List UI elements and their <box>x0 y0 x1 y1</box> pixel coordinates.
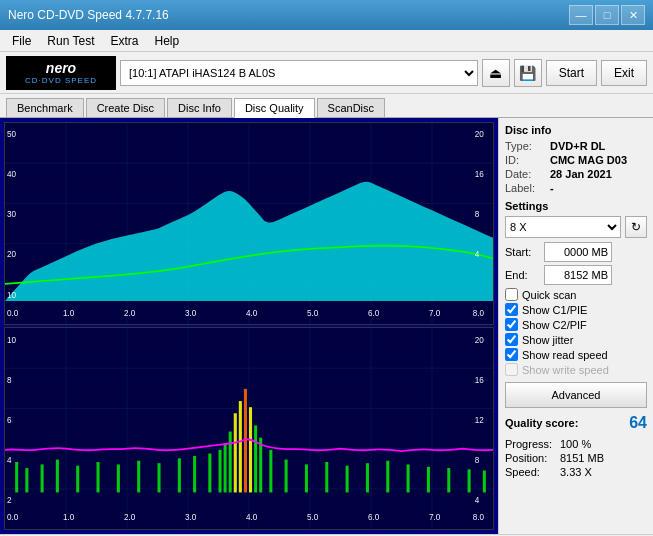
svg-rect-51 <box>178 458 181 492</box>
svg-text:4.0: 4.0 <box>246 512 257 523</box>
svg-text:10: 10 <box>7 334 16 345</box>
svg-text:4: 4 <box>7 455 12 466</box>
svg-rect-47 <box>97 462 100 492</box>
tab-benchmark[interactable]: Benchmark <box>6 98 84 117</box>
svg-rect-72 <box>447 468 450 492</box>
tab-disc-quality[interactable]: Disc Quality <box>234 98 315 118</box>
minimize-button[interactable]: — <box>569 5 593 25</box>
speed-select[interactable]: 8 X <box>505 216 621 238</box>
refresh-button[interactable]: ↻ <box>625 216 647 238</box>
nero-logo-sub: CD·DVD SPEED <box>25 76 97 85</box>
c2-pif-row: Show C2/PIF <box>505 318 647 331</box>
svg-text:10: 10 <box>7 289 16 300</box>
menu-extra[interactable]: Extra <box>102 32 146 50</box>
start-label: Start: <box>505 246 540 258</box>
svg-rect-62 <box>259 438 262 493</box>
svg-rect-58 <box>239 401 242 492</box>
svg-rect-69 <box>386 461 389 493</box>
c1-pie-checkbox[interactable] <box>505 303 518 316</box>
tab-create-disc[interactable]: Create Disc <box>86 98 165 117</box>
svg-rect-53 <box>208 453 211 492</box>
svg-text:8.0: 8.0 <box>473 512 484 523</box>
write-speed-label: Show write speed <box>522 364 609 376</box>
start-button[interactable]: Start <box>546 60 597 86</box>
menu-help[interactable]: Help <box>147 32 188 50</box>
disc-label-label: Label: <box>505 182 550 194</box>
c1-pie-row: Show C1/PIE <box>505 303 647 316</box>
svg-text:3.0: 3.0 <box>185 307 196 318</box>
svg-rect-70 <box>407 464 410 492</box>
svg-rect-68 <box>366 463 369 492</box>
svg-text:40: 40 <box>7 169 16 180</box>
right-panel: Disc info Type: DVD+R DL ID: CMC MAG D03… <box>498 118 653 534</box>
speed-row-prog: Speed: 3.33 X <box>505 466 647 478</box>
settings-title: Settings <box>505 200 647 212</box>
nero-logo: nero CD·DVD SPEED <box>6 56 116 90</box>
disc-label-value: - <box>550 182 647 194</box>
svg-text:20: 20 <box>7 249 16 260</box>
charts-area: 20 16 8 4 50 40 30 20 10 1.0 2.0 3.0 4.0… <box>0 118 498 534</box>
drive-select[interactable]: [10:1] ATAPI iHAS124 B AL0S <box>120 60 478 86</box>
svg-text:6.0: 6.0 <box>368 512 379 523</box>
jitter-label: Show jitter <box>522 334 573 346</box>
disc-label-row: Label: - <box>505 182 647 194</box>
save-button[interactable]: 💾 <box>514 59 542 87</box>
jitter-checkbox[interactable] <box>505 333 518 346</box>
svg-text:20: 20 <box>475 128 484 139</box>
titlebar: Nero CD-DVD Speed 4.7.7.16 — □ ✕ <box>0 0 653 30</box>
svg-text:0.0: 0.0 <box>7 512 18 523</box>
svg-rect-65 <box>305 464 308 492</box>
svg-rect-54 <box>219 450 222 493</box>
close-button[interactable]: ✕ <box>621 5 645 25</box>
disc-type-label: Type: <box>505 140 550 152</box>
disc-id-label: ID: <box>505 154 550 166</box>
menu-file[interactable]: File <box>4 32 39 50</box>
quality-value: 64 <box>629 414 647 432</box>
tab-scan-disc[interactable]: ScanDisc <box>317 98 385 117</box>
tab-disc-info[interactable]: Disc Info <box>167 98 232 117</box>
write-speed-checkbox <box>505 363 518 376</box>
eject-button[interactable]: ⏏ <box>482 59 510 87</box>
svg-rect-45 <box>56 460 59 493</box>
svg-rect-57 <box>234 413 237 492</box>
speed-row: 8 X ↻ <box>505 216 647 238</box>
svg-text:0.0: 0.0 <box>7 307 18 318</box>
maximize-button[interactable]: □ <box>595 5 619 25</box>
svg-rect-55 <box>224 444 227 493</box>
svg-rect-73 <box>468 469 471 492</box>
svg-rect-44 <box>41 464 44 492</box>
svg-rect-71 <box>427 467 430 493</box>
svg-rect-50 <box>158 463 161 492</box>
start-mb-row: Start: <box>505 242 647 262</box>
svg-text:2: 2 <box>7 495 12 506</box>
disc-info-title: Disc info <box>505 124 647 136</box>
nero-logo-text: nero <box>46 60 76 76</box>
tabs: Benchmark Create Disc Disc Info Disc Qua… <box>0 94 653 118</box>
disc-date-label: Date: <box>505 168 550 180</box>
svg-rect-61 <box>254 425 257 492</box>
disc-id-value: CMC MAG D03 <box>550 154 647 166</box>
svg-text:5.0: 5.0 <box>307 307 318 318</box>
disc-id-row: ID: CMC MAG D03 <box>505 154 647 166</box>
svg-text:30: 30 <box>7 209 16 220</box>
c2-pif-checkbox[interactable] <box>505 318 518 331</box>
svg-rect-63 <box>269 450 272 493</box>
c2-pif-label: Show C2/PIF <box>522 319 587 331</box>
start-input[interactable] <box>544 242 612 262</box>
svg-rect-46 <box>76 466 79 493</box>
exit-button[interactable]: Exit <box>601 60 647 86</box>
menu-runtest[interactable]: Run Test <box>39 32 102 50</box>
svg-text:1.0: 1.0 <box>63 307 74 318</box>
advanced-button[interactable]: Advanced <box>505 382 647 408</box>
end-input[interactable] <box>544 265 612 285</box>
progress-value: 100 % <box>560 438 647 450</box>
end-mb-row: End: <box>505 265 647 285</box>
svg-rect-74 <box>483 471 486 493</box>
read-speed-label: Show read speed <box>522 349 608 361</box>
read-speed-checkbox[interactable] <box>505 348 518 361</box>
main-content: 20 16 8 4 50 40 30 20 10 1.0 2.0 3.0 4.0… <box>0 118 653 534</box>
svg-rect-56 <box>229 432 232 493</box>
write-speed-row: Show write speed <box>505 363 647 376</box>
svg-rect-48 <box>117 464 120 492</box>
quick-scan-checkbox[interactable] <box>505 288 518 301</box>
